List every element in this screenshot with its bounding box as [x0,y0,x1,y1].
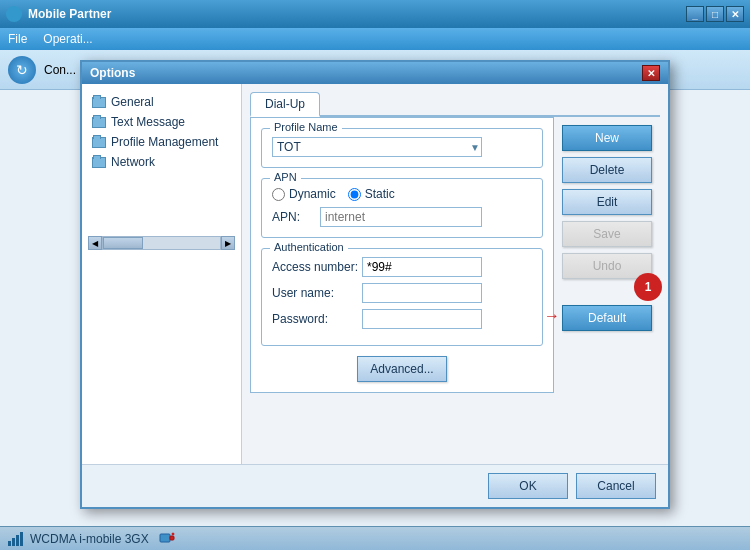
maximize-button[interactable]: □ [706,6,724,22]
static-radio[interactable] [348,188,361,201]
scroll-left-button[interactable]: ◀ [88,236,102,250]
apn-field-row: APN: [272,207,532,227]
dialog-title-bar: Options ✕ [82,62,668,84]
sidebar-item-profile-management[interactable]: Profile Management [86,132,237,152]
app-body: ↻ Con... Options ✕ General T [0,50,750,550]
right-buttons: New Delete Edit Save Undo 1 [554,117,660,393]
auth-group: Authentication Access number: User name: [261,248,543,346]
svg-rect-2 [16,535,19,546]
username-row: User name: [272,283,532,303]
status-bar: WCDMA i-mobile 3GX [0,526,750,550]
scroll-right-button[interactable]: ▶ [221,236,235,250]
save-button[interactable]: Save [562,221,652,247]
apn-label: APN [270,171,301,183]
folder-icon-general [92,97,106,108]
form-area: Profile Name TOT ▼ [250,117,554,393]
dynamic-label: Dynamic [289,187,336,201]
static-radio-label[interactable]: Static [348,187,395,201]
profile-name-select[interactable]: TOT [272,137,482,157]
folder-icon-text-message [92,117,106,128]
close-button[interactable]: ✕ [726,6,744,22]
password-row: Password: [272,309,532,329]
app-title: Mobile Partner [28,7,111,21]
app-icon [6,6,22,22]
sidebar-label-network: Network [111,155,155,169]
access-number-input[interactable] [362,257,482,277]
svg-rect-3 [20,532,23,546]
tab-dialup[interactable]: Dial-Up [250,92,320,117]
sidebar-item-text-message[interactable]: Text Message [86,112,237,132]
status-text: WCDMA i-mobile 3GX [30,532,149,546]
apn-input[interactable] [320,207,482,227]
ok-button[interactable]: OK [488,473,568,499]
dialog-title: Options [90,66,135,80]
cancel-button[interactable]: Cancel [576,473,656,499]
menu-operations[interactable]: Operati... [43,32,92,46]
advanced-button[interactable]: Advanced... [357,356,447,382]
sidebar-label-text-message: Text Message [111,115,185,129]
dynamic-radio[interactable] [272,188,285,201]
tab-bar: Dial-Up [250,92,660,117]
access-number-label: Access number: [272,260,362,274]
username-label: User name: [272,286,362,300]
svg-rect-0 [8,541,11,546]
panel-with-buttons: Profile Name TOT ▼ [250,117,660,393]
window-controls: _ □ ✕ [686,6,744,22]
apn-radio-row: Dynamic Static [272,187,532,201]
scroll-track [102,236,221,250]
menu-file[interactable]: File [8,32,27,46]
delete-button[interactable]: Delete [562,157,652,183]
sidebar-label-profile-management: Profile Management [111,135,218,149]
sidebar: General Text Message Profile Management … [82,84,242,464]
dialog-body: General Text Message Profile Management … [82,84,668,464]
scroll-thumb[interactable] [103,237,143,249]
sidebar-item-general[interactable]: General [86,92,237,112]
dynamic-radio-label[interactable]: Dynamic [272,187,336,201]
new-button[interactable]: New [562,125,652,151]
sidebar-label-general: General [111,95,154,109]
svg-rect-1 [12,538,15,546]
menu-bar: File Operati... [0,28,750,50]
panel-main: Profile Name TOT ▼ [250,117,554,393]
dialog-close-button[interactable]: ✕ [642,65,660,81]
password-label: Password: [272,312,362,326]
apn-field-label: APN: [272,210,312,224]
sidebar-item-network[interactable]: Network [86,152,237,172]
svg-rect-4 [160,534,170,542]
svg-rect-5 [170,536,174,540]
dialog-overlay: Options ✕ General Text Message [0,50,750,526]
annotation-circle: 1 [634,273,662,301]
folder-icon-network [92,157,106,168]
title-bar: Mobile Partner _ □ ✕ [0,0,750,28]
default-button[interactable]: Default [562,305,652,331]
apn-group: APN Dynamic Static [261,178,543,238]
auth-label: Authentication [270,241,348,253]
edit-button[interactable]: Edit [562,189,652,215]
access-number-row: Access number: [272,257,532,277]
disconnect-icon [159,532,175,546]
username-input[interactable] [362,283,482,303]
profile-name-label: Profile Name [270,121,342,133]
folder-icon-profile-management [92,137,106,148]
static-label: Static [365,187,395,201]
main-panel: Dial-Up Profile Name TO [242,84,668,464]
profile-name-group: Profile Name TOT ▼ [261,128,543,168]
connection-status-icon [159,532,175,546]
minimize-button[interactable]: _ [686,6,704,22]
annotation-arrow-icon: → [544,307,560,325]
options-dialog: Options ✕ General Text Message [80,60,670,509]
profile-name-select-wrapper: TOT ▼ [272,137,482,157]
signal-icon [8,532,26,546]
dialog-footer: OK Cancel [82,464,668,507]
password-input[interactable] [362,309,482,329]
